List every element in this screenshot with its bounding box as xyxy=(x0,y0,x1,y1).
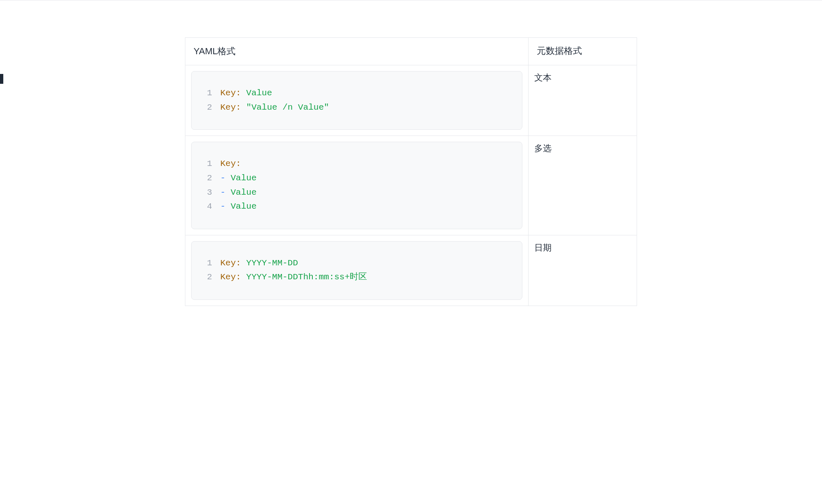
side-marker xyxy=(0,74,3,84)
table-header-row: YAML格式 元数据格式 xyxy=(185,38,637,65)
table-row: 1Key: Value2Key: "Value /n Value"文本 xyxy=(185,65,637,136)
code-line: 2- Value xyxy=(200,171,514,186)
line-number: 1 xyxy=(200,157,220,171)
code-content: - Value xyxy=(220,171,256,186)
token-string: "Value /n Value" xyxy=(246,103,329,112)
token-value: YYYY-MM-DDThh:mm:ss+时区 xyxy=(246,272,367,282)
header-yaml: YAML格式 xyxy=(185,38,529,65)
token-value: Value xyxy=(231,173,256,183)
token-value: Value xyxy=(246,88,272,98)
yaml-cell: 1Key: YYYY-MM-DD2Key: YYYY-MM-DDThh:mm:s… xyxy=(185,235,529,306)
yaml-cell: 1Key:2- Value3- Value4- Value xyxy=(185,136,529,235)
code-content: Key: xyxy=(220,157,241,171)
token-key: Key xyxy=(220,258,236,268)
code-line: 2Key: "Value /n Value" xyxy=(200,101,514,115)
code-line: 3- Value xyxy=(200,186,514,200)
code-line: 4- Value xyxy=(200,200,514,214)
line-number: 2 xyxy=(200,101,220,115)
token-dash: - xyxy=(220,173,231,183)
token-key: Key xyxy=(220,88,236,98)
code-content: - Value xyxy=(220,186,256,200)
code-block: 1Key: YYYY-MM-DD2Key: YYYY-MM-DDThh:mm:s… xyxy=(191,241,522,300)
meta-cell: 文本 xyxy=(529,65,637,136)
code-content: Key: Value xyxy=(220,86,272,101)
line-number: 1 xyxy=(200,256,220,271)
code-block: 1Key:2- Value3- Value4- Value xyxy=(191,142,522,229)
token-key: Key xyxy=(220,159,236,168)
token-value: Value xyxy=(231,188,256,197)
token-colon: : xyxy=(236,272,246,282)
code-block: 1Key: Value2Key: "Value /n Value" xyxy=(191,71,522,130)
token-dash: - xyxy=(220,202,231,211)
page-container: YAML格式 元数据格式 1Key: Value2Key: "Value /n … xyxy=(185,0,637,306)
line-number: 1 xyxy=(200,86,220,101)
meta-cell: 多选 xyxy=(529,136,637,235)
code-line: 1Key: xyxy=(200,157,514,171)
token-colon: : xyxy=(236,258,246,268)
code-line: 1Key: Value xyxy=(200,86,514,101)
code-line: 2Key: YYYY-MM-DDThh:mm:ss+时区 xyxy=(200,270,514,285)
token-value: Value xyxy=(231,202,256,211)
token-value: YYYY-MM-DD xyxy=(246,258,298,268)
token-colon: : xyxy=(236,159,241,168)
meta-cell: 日期 xyxy=(529,235,637,306)
format-table: YAML格式 元数据格式 1Key: Value2Key: "Value /n … xyxy=(185,37,637,306)
line-number: 4 xyxy=(200,200,220,214)
header-meta: 元数据格式 xyxy=(529,38,637,65)
code-content: Key: YYYY-MM-DD xyxy=(220,256,298,271)
table-row: 1Key: YYYY-MM-DD2Key: YYYY-MM-DDThh:mm:s… xyxy=(185,235,637,306)
line-number: 2 xyxy=(200,171,220,186)
line-number: 2 xyxy=(200,270,220,285)
token-key: Key xyxy=(220,272,236,282)
token-colon: : xyxy=(236,103,246,112)
token-colon: : xyxy=(236,88,246,98)
table-row: 1Key:2- Value3- Value4- Value多选 xyxy=(185,136,637,235)
line-number: 3 xyxy=(200,186,220,200)
token-key: Key xyxy=(220,103,236,112)
token-dash: - xyxy=(220,188,231,197)
code-line: 1Key: YYYY-MM-DD xyxy=(200,256,514,271)
yaml-cell: 1Key: Value2Key: "Value /n Value" xyxy=(185,65,529,136)
code-content: Key: "Value /n Value" xyxy=(220,101,329,115)
code-content: Key: YYYY-MM-DDThh:mm:ss+时区 xyxy=(220,270,367,285)
code-content: - Value xyxy=(220,200,256,214)
